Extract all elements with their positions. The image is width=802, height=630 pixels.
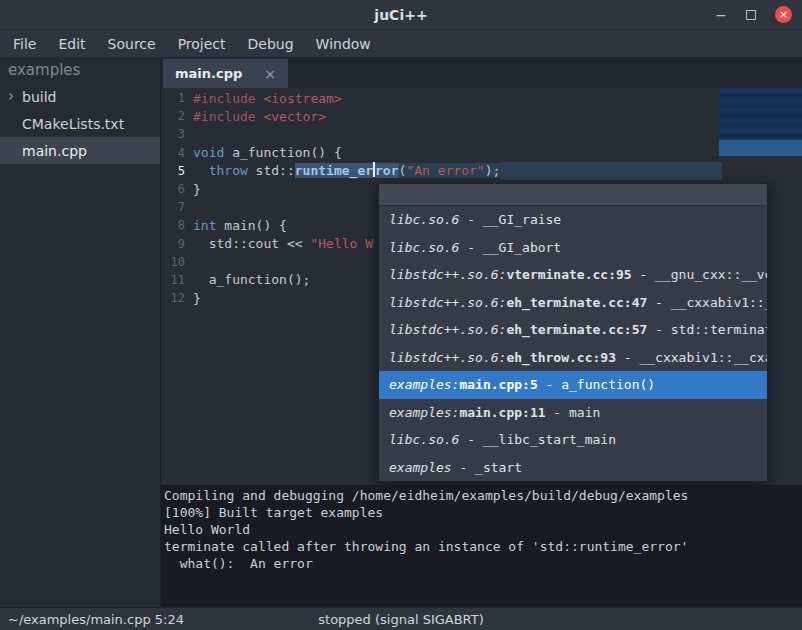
frame-module: examples: [389, 405, 459, 420]
output-console[interactable]: Compiling and debugging /home/eidheim/ex… [161, 485, 802, 607]
console-line: terminate called after throwing an insta… [164, 539, 799, 556]
code-token: runtime_er [295, 163, 373, 178]
frame-symbol: - __GI_raise [459, 212, 561, 227]
sidebar-item-cmakelists-txt[interactable]: CMakeLists.txt [0, 110, 160, 137]
frame-file-line: eh_terminate.cc:57 [506, 322, 647, 337]
stack-frame[interactable]: libstdc++.so.6:eh_throw.cc:93 - __cxxabi… [379, 344, 767, 372]
stack-frame[interactable]: libc.so.6 - __GI_raise [379, 206, 767, 234]
code-text: throw std::runtime_error("An error"); [193, 162, 722, 180]
line-number[interactable]: 6 [161, 182, 185, 196]
line-number[interactable]: 8 [161, 218, 185, 232]
code-token: throw [209, 163, 248, 178]
code-text: #include <iostream> [193, 91, 342, 106]
menu-window[interactable]: Window [305, 30, 382, 57]
code-text: } [193, 291, 201, 306]
chevron-right-icon[interactable]: › [8, 89, 14, 104]
code-token: main() { [216, 218, 286, 233]
menu-project[interactable]: Project [167, 30, 237, 57]
menu-debug[interactable]: Debug [237, 30, 305, 57]
frame-symbol: - a_function() [538, 377, 655, 392]
frame-file-line: main.cpp:5 [459, 377, 537, 392]
stack-trace-popup: libc.so.6 - __GI_raiselibc.so.6 - __GI_a… [378, 183, 768, 482]
code-token: <vector> [263, 109, 326, 124]
code-token: } [193, 291, 201, 306]
code-line[interactable]: 2#include <vector> [161, 107, 802, 125]
code-line[interactable]: 3 [161, 125, 802, 143]
stack-frame[interactable]: examples:main.cpp:5 - a_function() [379, 371, 767, 399]
frame-file-line: eh_terminate.cc:47 [506, 295, 647, 310]
frame-module: libstdc++.so.6: [389, 267, 506, 282]
frame-module: examples [389, 460, 452, 475]
frame-module: libstdc++.so.6: [389, 322, 506, 337]
code-token [193, 163, 209, 178]
line-number[interactable]: 9 [161, 237, 185, 251]
console-line: [100%] Built target examples [164, 505, 799, 522]
line-number[interactable]: 1 [161, 91, 185, 105]
frame-module: libstdc++.so.6: [389, 350, 506, 365]
line-number[interactable]: 5 [161, 164, 185, 178]
line-number[interactable]: 4 [161, 146, 185, 160]
frame-symbol: - __cxxabiv1::__cxa_thro [616, 350, 767, 365]
file-tree: ›buildCMakeLists.txtmain.cpp [0, 83, 160, 164]
line-number[interactable]: 10 [161, 255, 185, 269]
code-line[interactable]: 4void a_function() { [161, 144, 802, 162]
stack-frame-list: libc.so.6 - __GI_raiselibc.so.6 - __GI_a… [379, 206, 767, 481]
window-controls: − × [715, 0, 792, 29]
line-number[interactable]: 7 [161, 200, 185, 214]
line-number[interactable]: 3 [161, 127, 185, 141]
code-line[interactable]: 1#include <iostream> [161, 89, 802, 107]
project-name: examples [0, 57, 160, 83]
file-name-label: main.cpp [22, 143, 87, 159]
code-editor[interactable]: 1#include <iostream>2#include <vector>34… [161, 88, 802, 485]
minimize-button[interactable]: − [715, 8, 727, 22]
code-token: void [193, 145, 224, 160]
code-line[interactable]: 5 throw std::runtime_error("An error"); [161, 162, 802, 180]
cursor-location: ~/examples/main.cpp 5:24 [0, 612, 184, 627]
sidebar-item-main-cpp[interactable]: main.cpp [0, 137, 160, 164]
menubar: FileEditSourceProjectDebugWindow [0, 30, 802, 57]
code-text: } [193, 182, 201, 197]
code-token: } [193, 182, 201, 197]
frame-module: libc.so.6 [389, 240, 459, 255]
stack-frame[interactable]: libstdc++.so.6:eh_terminate.cc:57 - std:… [379, 316, 767, 344]
line-number[interactable]: 12 [161, 291, 185, 305]
tab-label: main.cpp [175, 66, 242, 81]
line-number[interactable]: 11 [161, 273, 185, 287]
titlebar[interactable]: juCi++ − × [0, 0, 802, 30]
code-text: a_function(); [193, 272, 310, 287]
popup-header [379, 184, 767, 206]
juci-window: juCi++ − × FileEditSourceProjectDebugWin… [0, 0, 802, 630]
line-number[interactable]: 2 [161, 109, 185, 123]
code-token: <iostream> [263, 91, 341, 106]
sidebar-item-build[interactable]: ›build [0, 83, 160, 110]
close-button[interactable]: × [775, 6, 792, 23]
stack-frame[interactable]: examples - _start [379, 454, 767, 482]
status-bar: stopped (signal SIGABRT) ~/examples/main… [0, 607, 802, 630]
stack-frame[interactable]: libc.so.6 - __GI_abort [379, 234, 767, 262]
frame-module: libc.so.6 [389, 432, 459, 447]
menu-source[interactable]: Source [97, 30, 167, 57]
stack-frame[interactable]: examples:main.cpp:11 - main [379, 399, 767, 427]
tab-close-icon[interactable]: × [264, 66, 276, 82]
stack-frame[interactable]: libc.so.6 - __libc_start_main [379, 426, 767, 454]
frame-symbol: - __cxxabiv1::__term [647, 295, 767, 310]
editor-overlay-strip [719, 140, 802, 156]
frame-symbol: - std::terminate() [647, 322, 767, 337]
stack-frame[interactable]: libstdc++.so.6:vterminate.cc:95 - __gnu_… [379, 261, 767, 289]
file-name-label: build [22, 89, 56, 105]
code-token: ror [375, 163, 398, 178]
stack-frame[interactable]: libstdc++.so.6:eh_terminate.cc:47 - __cx… [379, 289, 767, 317]
restore-button[interactable] [743, 7, 759, 23]
code-token: std:: [248, 163, 295, 178]
console-line: Compiling and debugging /home/eidheim/ex… [164, 488, 799, 505]
tab-main-cpp[interactable]: main.cpp× [163, 59, 288, 88]
code-text: #include <vector> [193, 109, 326, 124]
editor-pane: main.cpp× 1#include <iostream>2#include … [160, 57, 802, 607]
code-token: "An error" [406, 163, 484, 178]
menu-file[interactable]: File [2, 30, 47, 57]
menu-edit[interactable]: Edit [47, 30, 96, 57]
frame-symbol: - __libc_start_main [459, 432, 616, 447]
tab-bar: main.cpp× [161, 57, 802, 88]
code-token: #include [193, 109, 256, 124]
frame-file-line: main.cpp:11 [459, 405, 545, 420]
